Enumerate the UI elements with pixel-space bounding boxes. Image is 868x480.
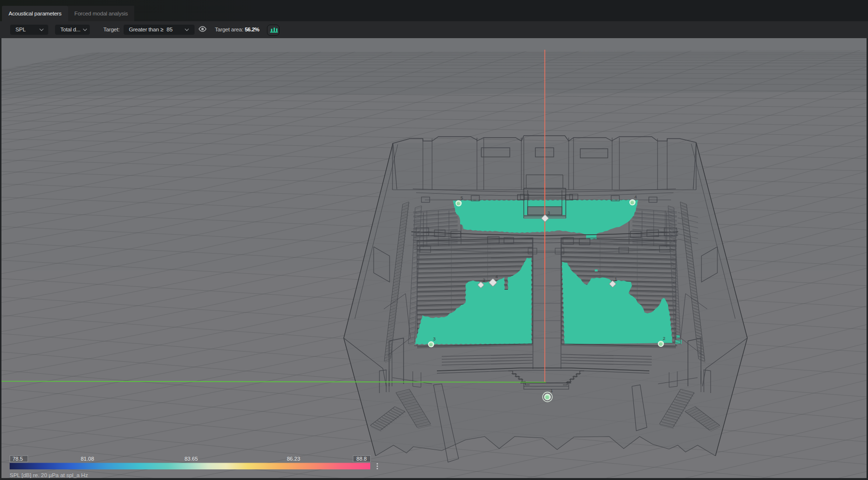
svg-text:83.65: 83.65 xyxy=(184,456,198,462)
svg-text:1: 1 xyxy=(550,388,553,393)
svg-text:2: 2 xyxy=(483,277,485,282)
svg-text:1: 1 xyxy=(615,276,617,282)
svg-text:86.23: 86.23 xyxy=(287,456,300,462)
svg-text:3: 3 xyxy=(433,336,435,341)
svg-text:3: 3 xyxy=(547,210,550,215)
svg-text:SPL [dB] re. 20 µPa at spl_a H: SPL [dB] re. 20 µPa at spl_a Hz xyxy=(10,472,88,478)
svg-text:4: 4 xyxy=(634,194,637,199)
svg-text:5: 5 xyxy=(461,195,463,200)
svg-text:81.08: 81.08 xyxy=(81,456,94,462)
svg-text:78.5: 78.5 xyxy=(13,456,23,462)
svg-text:2: 2 xyxy=(663,336,665,341)
svg-text:4: 4 xyxy=(495,274,498,279)
svg-text:88.8: 88.8 xyxy=(356,456,366,462)
